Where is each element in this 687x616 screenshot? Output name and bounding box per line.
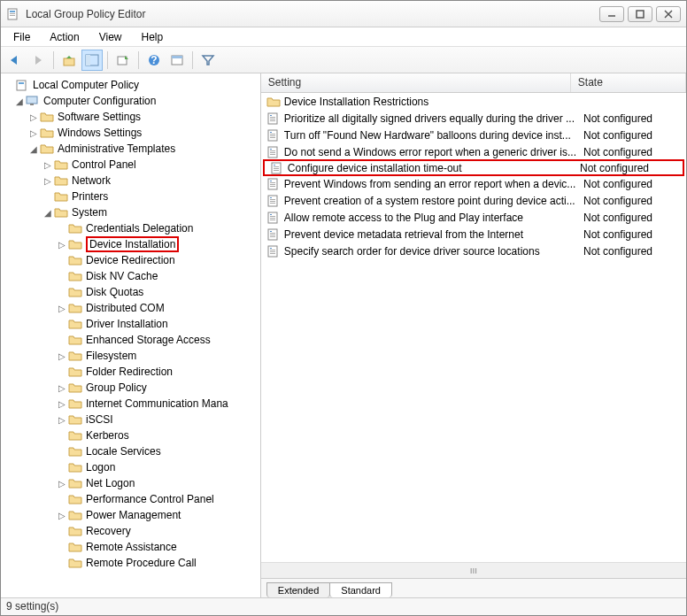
tree-item[interactable]: Driver Installation — [1, 316, 260, 332]
menu-view[interactable]: View — [90, 29, 131, 45]
minimize-button[interactable] — [599, 6, 624, 22]
tree-item[interactable]: Kerberos — [1, 427, 260, 443]
window-title: Local Group Policy Editor — [26, 8, 599, 20]
back-button[interactable] — [4, 50, 26, 71]
list-item[interactable]: Prevent device metadata retrieval from t… — [261, 226, 686, 243]
expand-icon[interactable]: ▷ — [27, 128, 40, 138]
up-button[interactable] — [58, 50, 80, 71]
collapse-icon[interactable]: ◢ — [42, 208, 54, 218]
expand-icon[interactable]: ▷ — [56, 304, 68, 313]
menu-help[interactable]: Help — [133, 29, 173, 45]
horizontal-scrollbar[interactable]: ııı — [261, 562, 686, 578]
tree-item[interactable]: Locale Services — [1, 443, 260, 459]
toolbar-separator — [53, 51, 54, 69]
list-item[interactable]: Configure device installation time-outNo… — [263, 159, 684, 176]
tree-item[interactable]: Folder Redirection — [1, 364, 260, 380]
list-item[interactable]: Do not send a Windows error report when … — [261, 143, 686, 160]
help-button[interactable]: ? — [143, 50, 165, 71]
list-item[interactable]: Allow remote access to the Plug and Play… — [261, 209, 686, 226]
filter-button[interactable] — [197, 50, 219, 71]
forward-button[interactable] — [27, 50, 49, 71]
maximize-button[interactable] — [628, 6, 652, 22]
tree-item[interactable]: ▷iSCSI — [1, 412, 260, 427]
tree-item[interactable]: Device Redirection — [1, 252, 260, 268]
tree-item[interactable]: Remote Assistance — [1, 539, 260, 555]
setting-name: Allow remote access to the Plug and Play… — [284, 212, 583, 224]
folder-icon — [68, 397, 82, 410]
folder-icon — [68, 541, 82, 553]
tab-standard[interactable]: Standard — [329, 582, 392, 597]
tree-item[interactable]: Disk Quotas — [1, 284, 260, 300]
svg-rect-26 — [270, 132, 272, 133]
tree-network[interactable]: ▷ Network — [1, 173, 260, 189]
tab-extended[interactable]: Extended — [266, 582, 330, 597]
tree-system[interactable]: ◢ System — [1, 204, 260, 220]
tree-item[interactable]: ▷Net Logon — [1, 475, 260, 491]
tree-software-settings[interactable]: ▷ Software Settings — [1, 109, 260, 125]
svg-rect-31 — [270, 149, 272, 150]
folder-icon — [68, 525, 82, 537]
tree-pane[interactable]: Local Computer Policy ◢ Computer Configu… — [1, 73, 261, 597]
expand-icon[interactable]: ▷ — [56, 383, 68, 393]
list-item[interactable]: Specify search order for device driver s… — [261, 243, 686, 259]
expand-icon[interactable]: ▷ — [56, 240, 68, 250]
tree-label: Net Logon — [86, 477, 135, 489]
tree-label: Printers — [72, 190, 108, 203]
tree-item[interactable]: Recovery — [1, 523, 260, 539]
tree-item[interactable]: Credentials Delegation — [1, 220, 260, 236]
menu-file[interactable]: File — [4, 29, 39, 45]
tree-item[interactable]: ▷Filesystem — [1, 348, 260, 364]
tree-control-panel[interactable]: ▷ Control Panel — [1, 157, 260, 173]
expand-icon[interactable]: ▷ — [56, 399, 68, 409]
tree-label: Logon — [86, 461, 115, 474]
svg-rect-18 — [27, 96, 37, 104]
tree-computer-configuration[interactable]: ◢ Computer Configuration — [1, 93, 260, 109]
expand-icon[interactable]: ▷ — [56, 511, 68, 520]
list-item[interactable]: Prevent Windows from sending an error re… — [261, 175, 686, 192]
tree-item[interactable]: Remote Procedure Call — [1, 555, 260, 571]
list-item[interactable]: Prevent creation of a system restore poi… — [261, 192, 686, 209]
tree-label: Recovery — [86, 525, 131, 537]
tree-printers[interactable]: Printers — [1, 189, 260, 204]
tree-windows-settings[interactable]: ▷ Windows Settings — [1, 125, 260, 141]
collapse-icon[interactable]: ◢ — [13, 96, 26, 106]
col-setting[interactable]: Setting — [261, 73, 571, 92]
tree-item[interactable]: ▷Internet Communication Mana — [1, 396, 260, 412]
expand-icon[interactable]: ▷ — [56, 479, 68, 489]
expand-icon[interactable]: ▷ — [56, 415, 68, 425]
expand-icon[interactable]: ▷ — [27, 112, 40, 122]
folder-icon — [54, 174, 68, 187]
tree-label: Software Settings — [58, 111, 141, 123]
export-button[interactable] — [112, 50, 134, 71]
toolbar: ? — [1, 47, 686, 73]
show-hide-tree-button[interactable] — [81, 50, 103, 71]
tree-item[interactable]: Disk NV Cache — [1, 268, 260, 284]
tree-root[interactable]: Local Computer Policy — [1, 77, 260, 93]
expand-icon[interactable]: ▷ — [56, 351, 68, 361]
tree-item[interactable]: Performance Control Panel — [1, 491, 260, 507]
folder-icon — [40, 142, 54, 155]
list-item[interactable]: Prioritize all digitally signed drivers … — [261, 110, 686, 127]
collapse-icon[interactable]: ◢ — [27, 144, 40, 154]
col-state[interactable]: State — [571, 73, 686, 92]
tree-item[interactable]: Logon — [1, 459, 260, 475]
expand-icon[interactable]: ▷ — [42, 176, 54, 186]
expand-icon[interactable]: ▷ — [42, 160, 54, 170]
tree-item[interactable]: ▷Group Policy — [1, 380, 260, 396]
close-button[interactable] — [656, 6, 681, 22]
list-item[interactable]: Turn off "Found New Hardware" balloons d… — [261, 127, 686, 143]
setting-name: Do not send a Windows error report when … — [284, 146, 583, 158]
tree-item[interactable]: ▷Distributed COM — [1, 300, 260, 316]
tree-device-installation[interactable]: ▷Device Installation — [1, 236, 260, 252]
list-item[interactable]: Device Installation Restrictions — [261, 93, 686, 110]
tree-admin-templates[interactable]: ◢ Administrative Templates — [1, 141, 260, 157]
tree-item[interactable]: Enhanced Storage Access — [1, 332, 260, 348]
properties-button[interactable] — [166, 50, 188, 71]
settings-list[interactable]: Device Installation RestrictionsPrioriti… — [261, 93, 686, 562]
folder-icon — [266, 96, 281, 108]
tree-item[interactable]: ▷Power Management — [1, 507, 260, 523]
menu-action[interactable]: Action — [41, 29, 88, 45]
svg-rect-27 — [270, 134, 275, 135]
setting-state: Not configured — [580, 162, 677, 174]
svg-rect-16 — [17, 81, 26, 90]
